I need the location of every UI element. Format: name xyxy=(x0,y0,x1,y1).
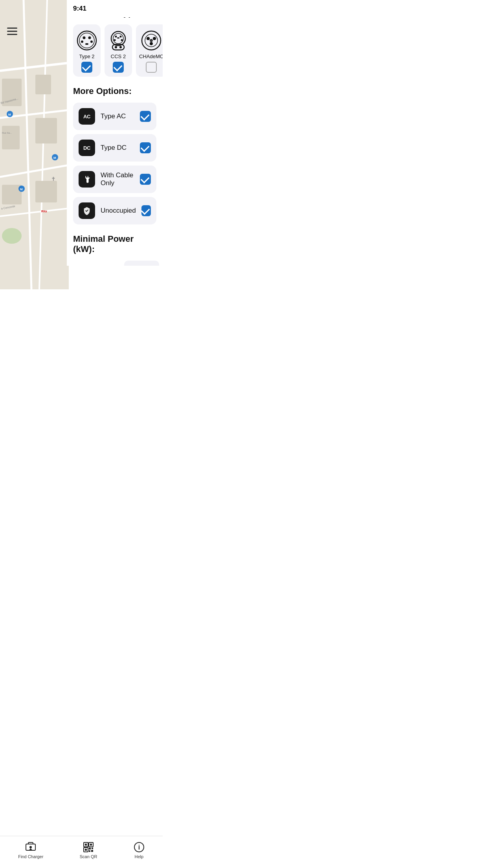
svg-text:M: M xyxy=(20,188,23,191)
option-cableonly[interactable]: With Cable Only xyxy=(73,166,156,193)
typedc-badge-text: DC xyxy=(83,145,90,151)
svg-point-27 xyxy=(83,37,86,39)
svg-point-41 xyxy=(119,46,122,48)
hamburger-menu[interactable] xyxy=(7,28,17,35)
svg-rect-12 xyxy=(35,181,57,202)
svg-text:✝: ✝ xyxy=(51,176,56,182)
type2-checkbox[interactable] xyxy=(81,62,92,73)
typedc-checkbox[interactable] xyxy=(140,142,151,153)
svg-point-13 xyxy=(2,228,22,244)
more-options-section: More Options: AC Type AC DC Type DC xyxy=(73,86,156,224)
cableonly-label: With Cable Only xyxy=(101,171,134,187)
chademo-icon xyxy=(141,30,162,51)
cableonly-checkbox[interactable] xyxy=(140,174,151,185)
option-typedc[interactable]: DC Type DC xyxy=(73,134,156,162)
power-section: Minimal Power (kW): 45 kWh xyxy=(73,234,156,266)
connector-row: Type 2 xyxy=(73,24,156,77)
typeac-checkbox[interactable] xyxy=(140,111,151,122)
svg-point-44 xyxy=(147,37,150,40)
ccs2-icon xyxy=(108,30,129,51)
map-background: Bd Haussma... Rue Sa... a Concorde M M M… xyxy=(0,0,69,289)
svg-point-36 xyxy=(114,39,116,41)
typedc-badge: DC xyxy=(79,140,95,156)
typeac-badge: AC xyxy=(79,108,95,125)
chademo-label: CHAdeMO xyxy=(139,53,163,59)
svg-point-29 xyxy=(81,40,83,43)
connector-types-section: Connector Types: Type 2 xyxy=(73,8,156,77)
svg-rect-31 xyxy=(85,43,88,45)
typeac-label: Type AC xyxy=(101,112,134,120)
cableonly-badge xyxy=(79,171,95,188)
type2-label: Type 2 xyxy=(79,53,94,59)
svg-point-40 xyxy=(115,46,117,48)
svg-text:Rue Sa...: Rue Sa... xyxy=(2,132,12,134)
svg-rect-38 xyxy=(117,37,119,39)
svg-point-30 xyxy=(90,40,93,43)
svg-point-34 xyxy=(115,36,117,38)
shield-check-icon xyxy=(83,206,91,215)
unoccupied-label: Unoccupied xyxy=(101,207,136,215)
main-panel: Connector Types: Type 2 xyxy=(67,0,163,266)
svg-rect-9 xyxy=(35,75,51,94)
svg-point-26 xyxy=(79,33,94,48)
svg-text:M: M xyxy=(53,156,56,160)
typedc-label: Type DC xyxy=(101,144,134,152)
svg-text:M: M xyxy=(8,113,11,116)
power-value: 45 xyxy=(130,264,140,266)
svg-point-46 xyxy=(150,42,153,45)
plug-icon xyxy=(83,175,91,184)
ccs2-checkbox[interactable] xyxy=(113,62,124,73)
status-time: 9:41 xyxy=(73,5,86,13)
power-title: Minimal Power (kW): xyxy=(73,234,156,254)
connector-ccs2[interactable]: CCS 2 xyxy=(105,24,132,77)
unoccupied-badge xyxy=(79,202,95,219)
typeac-badge-text: AC xyxy=(83,114,90,120)
option-unoccupied[interactable]: Unoccupied xyxy=(73,197,156,224)
more-options-title: More Options: xyxy=(73,86,156,96)
svg-point-35 xyxy=(120,36,122,38)
connector-type2[interactable]: Type 2 xyxy=(73,24,101,77)
svg-rect-10 xyxy=(35,118,57,143)
type2-icon xyxy=(76,30,97,51)
svg-point-45 xyxy=(153,37,156,40)
ccs2-label: CCS 2 xyxy=(111,53,126,59)
svg-point-25 xyxy=(77,31,96,50)
chademo-checkbox[interactable] xyxy=(146,62,157,73)
svg-point-28 xyxy=(88,37,91,39)
option-typeac[interactable]: AC Type AC xyxy=(73,103,156,130)
svg-point-37 xyxy=(121,39,123,41)
connector-chademo[interactable]: CHAdeMO xyxy=(136,24,163,77)
svg-rect-8 xyxy=(2,126,20,149)
unoccupied-checkbox[interactable] xyxy=(141,205,151,216)
svg-text:Ritz: Ritz xyxy=(41,210,47,213)
